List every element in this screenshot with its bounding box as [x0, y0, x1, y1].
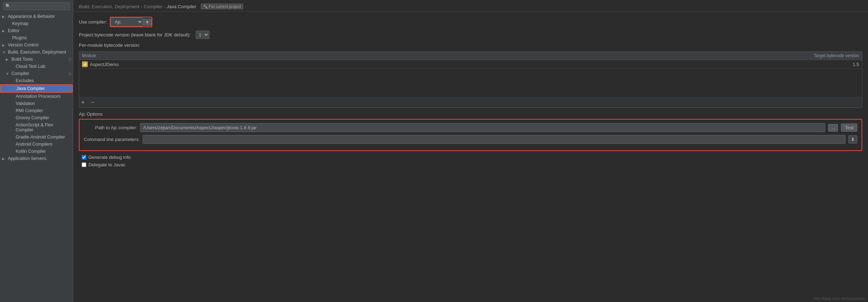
- module-name: AspectJDemo: [90, 62, 802, 67]
- sidebar-item-label: Android Compilers: [16, 142, 52, 147]
- sidebar-item-label: Build Tools: [11, 57, 33, 62]
- arrow-icon: ▶: [2, 157, 7, 161]
- sidebar-item-gradle-android[interactable]: Gradle-Android Compiler: [0, 134, 73, 141]
- table-row[interactable]: 📁 AspectJDemo 1.5: [79, 60, 862, 69]
- badge-icon: 🔧: [203, 5, 208, 9]
- search-box[interactable]: 🔍: [3, 2, 70, 10]
- badge-label: For current project: [209, 4, 241, 9]
- search-input[interactable]: [12, 4, 67, 9]
- settings-body: Use compiler: Ajc Javac Eclipse ▼ Projec…: [73, 12, 868, 302]
- arrow-icon: ▶: [2, 29, 7, 33]
- cmd-params-input[interactable]: [143, 135, 846, 144]
- arrow-icon: ▶: [6, 57, 11, 61]
- bytecode-select[interactable]: 1 2: [196, 31, 209, 39]
- ajc-options-box: Path to Ajc compiler: ... Test Command l…: [79, 119, 862, 151]
- arrow-icon: ▼: [6, 72, 11, 76]
- remove-module-button[interactable]: −: [89, 99, 96, 106]
- sidebar-item-excludes[interactable]: Excludes: [0, 77, 73, 84]
- cmd-params-label: Command line parameters:: [84, 137, 140, 142]
- breadcrumb-part-3: Java Compiler: [167, 4, 196, 9]
- sidebar-item-compiler[interactable]: ▼ Compiler ⧉: [0, 70, 73, 77]
- generate-debug-row: Generate debug info: [82, 155, 862, 160]
- bytecode-version-label: Project bytecode version (leave blank fo…: [79, 32, 191, 37]
- sidebar-item-rmi-compiler[interactable]: RMI Compiler: [0, 107, 73, 114]
- sidebar-item-label: Groovy Compiler: [16, 115, 49, 120]
- test-button[interactable]: Test: [841, 124, 857, 132]
- sidebar-item-build-exec-deploy[interactable]: ▼ Build, Execution, Deployment: [0, 49, 73, 56]
- download-icon-button[interactable]: ⬇: [848, 135, 857, 144]
- ajc-path-input[interactable]: [140, 123, 825, 132]
- sidebar-item-actionscript-flex[interactable]: ActionScript & Flex Compiler: [0, 121, 73, 134]
- generate-debug-label: Generate debug info: [88, 155, 131, 160]
- table-toolbar: + −: [79, 97, 862, 107]
- breadcrumb: Build, Execution, Deployment › Compiler …: [73, 0, 868, 12]
- ajc-section-title: Ajc Options: [79, 111, 862, 117]
- arrow-icon: ▼: [2, 50, 7, 54]
- sidebar-item-version-control[interactable]: ▶ Version Control: [0, 41, 73, 49]
- cmd-params-row: Command line parameters: ⬇: [84, 135, 857, 144]
- table-empty-space: [79, 69, 862, 97]
- sidebar-item-validation[interactable]: Validation: [0, 100, 73, 107]
- search-icon: 🔍: [5, 4, 11, 9]
- sidebar-item-label: Appearance & Behavior: [8, 14, 55, 19]
- sidebar-item-label: Annotation Processors: [16, 94, 61, 99]
- sidebar-item-kotlin-compiler[interactable]: Kotlin Compiler: [0, 148, 73, 155]
- arrow-icon: ▶: [2, 15, 7, 19]
- sidebar-item-label: Editor: [8, 28, 20, 33]
- breadcrumb-part-2: Compiler: [144, 4, 162, 9]
- compiler-select-arrow[interactable]: ▼: [143, 19, 152, 26]
- module-table: Module Target bytecode version 📁 AspectJ…: [79, 51, 862, 108]
- sidebar-item-cloud-test-lab[interactable]: Cloud Test Lab: [0, 63, 73, 70]
- table-header: Module Target bytecode version: [79, 52, 862, 60]
- browse-button[interactable]: ...: [828, 124, 838, 132]
- sidebar-item-label: Java Compiler: [16, 86, 45, 91]
- sidebar-item-android-compilers[interactable]: Android Compilers: [0, 141, 73, 148]
- ajc-path-label: Path to Ajc compiler:: [84, 125, 137, 130]
- copy-icon: ⧉: [68, 57, 71, 62]
- sidebar-item-label: Keymap: [12, 21, 29, 26]
- module-version: 1.5: [802, 62, 859, 67]
- sidebar-item-label: Application Servers: [8, 156, 46, 161]
- use-compiler-row: Use compiler: Ajc Javac Eclipse ▼: [79, 17, 862, 27]
- sidebar-item-editor[interactable]: ▶ Editor: [0, 27, 73, 34]
- compiler-select-container: Ajc Javac Eclipse ▼: [110, 17, 152, 27]
- sidebar-item-application-servers[interactable]: ▶ Application Servers: [0, 155, 73, 162]
- sidebar-item-label: Validation: [16, 101, 35, 106]
- breadcrumb-sep-2: ›: [164, 4, 165, 9]
- per-module-label: Per-module bytecode version:: [79, 42, 141, 48]
- use-compiler-label: Use compiler:: [79, 19, 107, 25]
- delegate-javac-checkbox[interactable]: [82, 162, 86, 167]
- bytecode-version-row: Project bytecode version (leave blank fo…: [79, 31, 862, 39]
- footer-url: http://blog.csdn.net/javazejian: [813, 296, 865, 301]
- sidebar-item-label: RMI Compiler: [16, 108, 43, 113]
- arrow-icon: ▶: [2, 43, 7, 47]
- sidebar-item-keymap[interactable]: Keymap: [0, 20, 73, 27]
- module-icon: 📁: [82, 61, 88, 67]
- sidebar-item-label: Gradle-Android Compiler: [16, 135, 65, 140]
- sidebar-item-plugins[interactable]: Plugins: [0, 34, 73, 41]
- delegate-javac-label: Delegate to Javac: [88, 162, 126, 167]
- sidebar-item-build-tools[interactable]: ▶ Build Tools ⧉: [0, 56, 73, 63]
- copy-icon: ⧉: [68, 71, 71, 76]
- sidebar-item-java-compiler[interactable]: Java Compiler: [0, 84, 73, 93]
- sidebar-item-appearance-behavior[interactable]: ▶ Appearance & Behavior: [0, 13, 73, 20]
- add-module-button[interactable]: +: [79, 99, 87, 106]
- sidebar-item-label: Kotlin Compiler: [16, 149, 46, 154]
- breadcrumb-part-1: Build, Execution, Deployment: [79, 4, 139, 9]
- sidebar-item-label: ActionScript & Flex Compiler: [16, 122, 71, 132]
- compiler-select[interactable]: Ajc Javac Eclipse: [111, 17, 143, 26]
- sidebar-item-label: Plugins: [12, 35, 27, 40]
- per-module-row: Per-module bytecode version:: [79, 42, 862, 48]
- col-module-header: Module: [82, 53, 802, 58]
- sidebar-item-label: Build, Execution, Deployment: [8, 50, 66, 55]
- sidebar: 🔍 ▶ Appearance & Behavior Keymap ▶ Edito…: [0, 0, 73, 302]
- sidebar-item-annotation-processors[interactable]: Annotation Processors: [0, 93, 73, 100]
- delegate-javac-row: Delegate to Javac: [82, 162, 862, 167]
- ajc-path-row: Path to Ajc compiler: ... Test: [84, 123, 857, 132]
- generate-debug-checkbox[interactable]: [82, 155, 86, 160]
- sidebar-item-groovy-compiler[interactable]: Groovy Compiler: [0, 114, 73, 121]
- main-content: Build, Execution, Deployment › Compiler …: [73, 0, 868, 302]
- sidebar-item-label: Cloud Test Lab: [16, 64, 45, 69]
- breadcrumb-sep-1: ›: [141, 4, 142, 9]
- sidebar-item-label: Compiler: [11, 71, 29, 76]
